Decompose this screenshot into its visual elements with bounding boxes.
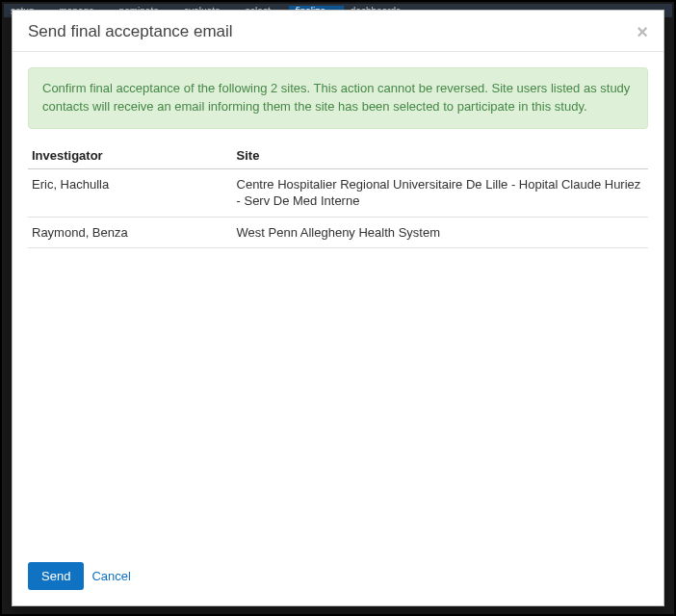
table-row: Raymond, Benza West Penn Allegheny Healt… [28, 217, 648, 248]
modal-header: Send final acceptance email × [13, 11, 663, 52]
sites-table: Investigator Site Eric, Hachulla Centre … [28, 142, 648, 249]
modal-dialog: Send final acceptance email × Confirm fi… [12, 10, 664, 606]
modal-body: Confirm final acceptance of the followin… [13, 52, 663, 549]
col-header-investigator: Investigator [28, 142, 233, 169]
send-button[interactable]: Send [28, 562, 84, 590]
cell-site: West Penn Allegheny Health System [233, 217, 648, 248]
modal-title: Send final acceptance email [28, 22, 233, 41]
table-row: Eric, Hachulla Centre Hospitalier Region… [28, 168, 648, 217]
cell-investigator: Raymond, Benza [28, 217, 233, 248]
cell-investigator: Eric, Hachulla [28, 168, 233, 217]
col-header-site: Site [233, 142, 648, 169]
cell-site: Centre Hospitalier Regional Universitair… [233, 168, 648, 217]
close-icon[interactable]: × [637, 22, 648, 41]
alert-message: Confirm final acceptance of the followin… [28, 67, 648, 129]
modal-footer: Send Cancel [13, 549, 663, 605]
cancel-link[interactable]: Cancel [91, 569, 130, 583]
